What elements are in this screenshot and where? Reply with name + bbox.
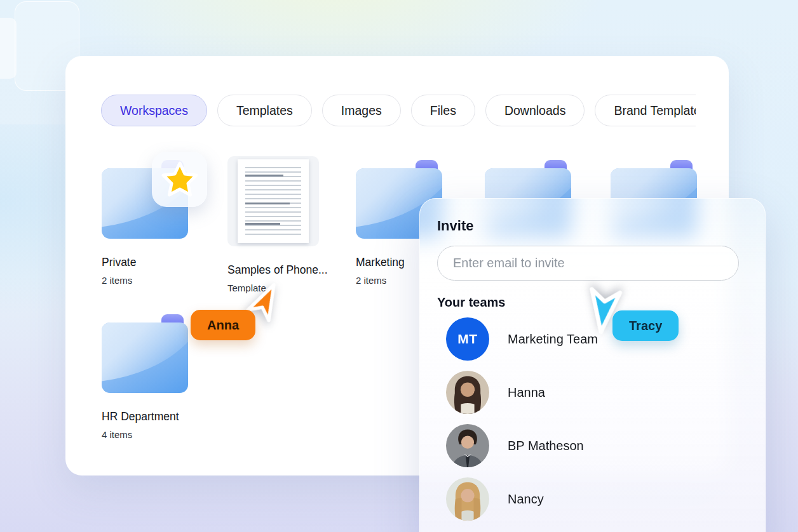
tab-brand-templates[interactable]: Brand Templates — [595, 95, 696, 126]
item-name: Samples of Phone... — [227, 263, 348, 277]
member-row-nancy[interactable]: Nancy — [446, 477, 748, 521]
invite-panel: Invite Your teams MT Marketing Team — [419, 198, 766, 532]
your-teams-heading: Your teams — [437, 295, 505, 310]
screenshot-stage: Workspaces Templates Images Files Downlo… — [0, 0, 798, 532]
invite-email-input[interactable] — [437, 246, 739, 281]
star-icon — [159, 159, 201, 201]
item-meta: 2 items — [102, 275, 222, 286]
favorite-badge — [152, 152, 207, 207]
member-name: Hanna — [508, 385, 545, 400]
member-row-hanna[interactable]: Hanna — [446, 371, 748, 414]
filter-tabs: Workspaces Templates Images Files Downlo… — [101, 95, 696, 128]
member-name: Marketing Team — [508, 332, 598, 347]
anna-cursor-label: Anna — [191, 310, 255, 340]
member-name: Nancy — [508, 492, 544, 507]
background-bar-decoration — [0, 18, 17, 79]
document-thumbnail — [227, 156, 319, 246]
folder-icon — [102, 314, 188, 393]
item-name: HR Department — [102, 410, 222, 423]
tab-downloads[interactable]: Downloads — [485, 95, 585, 126]
member-row-bp-matheson[interactable]: BP Matheson — [446, 424, 748, 467]
avatar — [446, 477, 489, 521]
teams-list: MT Marketing Team Hanna — [446, 317, 748, 521]
tracy-cursor-label: Tracy — [612, 310, 679, 341]
tab-templates[interactable]: Templates — [217, 95, 312, 126]
template-item-samples[interactable]: Samples of Phone... Template — [227, 156, 348, 293]
item-name: Private — [102, 256, 222, 269]
tab-files[interactable]: Files — [411, 95, 475, 126]
avatar — [446, 424, 489, 467]
member-name: BP Matheson — [508, 439, 584, 453]
tab-images[interactable]: Images — [322, 95, 401, 126]
avatar — [446, 371, 489, 414]
folder-icon — [102, 160, 188, 239]
folder-item-private[interactable]: Private 2 items — [102, 160, 222, 286]
team-avatar: MT — [446, 317, 489, 361]
item-meta: 4 items — [102, 429, 222, 440]
invite-title: Invite — [437, 218, 473, 234]
tab-workspaces[interactable]: Workspaces — [101, 95, 207, 126]
